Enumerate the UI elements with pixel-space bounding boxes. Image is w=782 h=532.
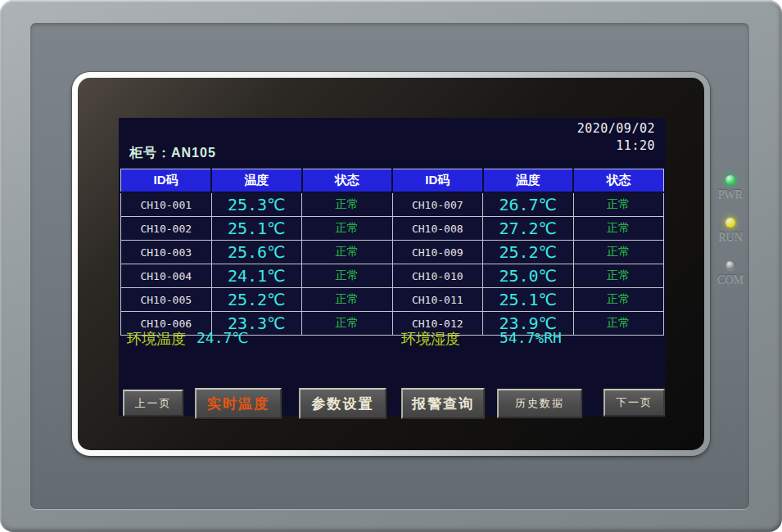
hmi-device: 2020/09/02 11:20 柜号：AN105 ID码温度状态ID码温度状态… — [0, 0, 782, 532]
channel-id-cell: CH10-002 — [121, 217, 212, 241]
com-led — [725, 260, 735, 270]
datetime-display: 2020/09/02 11:20 — [577, 120, 655, 155]
run-led — [725, 218, 735, 228]
temperature-cell: 25.3℃ — [211, 192, 302, 217]
column-header: 状态 — [573, 169, 664, 193]
date-display: 2020/09/02 — [577, 120, 655, 138]
channel-id-cell: CH10-005 — [121, 288, 212, 312]
channel-id-cell: CH10-010 — [392, 264, 483, 288]
channel-id-cell: CH10-009 — [392, 241, 483, 264]
param-settings-button[interactable]: 参数设置 — [299, 388, 386, 419]
env-humidity-label: 环境湿度 — [401, 329, 460, 349]
status-cell: 正常 — [302, 241, 393, 264]
column-header: ID码 — [392, 169, 483, 193]
com-led-group: COM — [709, 260, 752, 286]
channel-id-cell: CH10-011 — [392, 288, 483, 312]
channel-table: ID码温度状态ID码温度状态 CH10-00125.3℃正常CH10-00726… — [120, 169, 664, 336]
status-cell: 正常 — [302, 288, 393, 312]
column-header: 温度 — [483, 169, 574, 193]
table-row: CH10-00125.3℃正常CH10-00726.7℃正常 — [121, 192, 664, 217]
temperature-cell: 25.1℃ — [483, 288, 574, 312]
temperature-cell: 25.6℃ — [211, 241, 302, 264]
temperature-cell: 25.2℃ — [211, 288, 302, 312]
column-header: ID码 — [121, 169, 212, 193]
status-cell: 正常 — [573, 192, 664, 217]
cabinet-id: AN105 — [171, 146, 216, 160]
pwr-led-label: PWR — [709, 188, 752, 201]
channel-id-cell: CH10-001 — [121, 192, 212, 217]
pwr-led-group: PWR — [709, 175, 752, 201]
alarm-query-button[interactable]: 报警查询 — [401, 388, 485, 419]
history-data-button[interactable]: 历史数据 — [497, 389, 582, 418]
environment-row: 环境温度 24.7℃ 环境湿度 54.7%RH — [127, 329, 663, 349]
status-cell: 正常 — [573, 264, 664, 288]
prev-page-button[interactable]: 上一页 — [123, 390, 183, 417]
column-header: 状态 — [302, 169, 393, 193]
table-row: CH10-00525.2℃正常CH10-01125.1℃正常 — [121, 288, 664, 312]
env-temperature-value: 24.7℃ — [197, 329, 249, 346]
status-cell: 正常 — [302, 264, 393, 288]
channel-id-cell: CH10-003 — [121, 241, 212, 264]
cabinet-label: 柜号：AN105 — [129, 145, 216, 162]
channel-id-cell: CH10-007 — [392, 192, 483, 217]
run-led-label: RUN — [709, 231, 752, 244]
channel-id-cell: CH10-004 — [121, 264, 212, 288]
table-row: CH10-00225.1℃正常CH10-00827.2℃正常 — [121, 217, 664, 241]
env-humidity-value: 54.7%RH — [499, 329, 562, 346]
table-row: CH10-00325.6℃正常CH10-00925.2℃正常 — [121, 241, 664, 264]
env-temperature-label: 环境温度 — [127, 329, 186, 349]
table-row: CH10-00424.1℃正常CH10-01025.0℃正常 — [121, 264, 664, 288]
temperature-cell: 25.0℃ — [483, 264, 574, 288]
com-led-label: COM — [709, 273, 752, 286]
table-header-row: ID码温度状态ID码温度状态 — [121, 169, 664, 193]
pwr-led — [725, 175, 735, 185]
temperature-cell: 26.7℃ — [483, 192, 574, 217]
next-page-button[interactable]: 下一页 — [603, 389, 665, 417]
lcd-screen: 2020/09/02 11:20 柜号：AN105 ID码温度状态ID码温度状态… — [119, 118, 666, 416]
temperature-cell: 24.1℃ — [211, 264, 302, 288]
temperature-cell: 25.1℃ — [211, 217, 302, 241]
status-cell: 正常 — [302, 192, 393, 217]
status-cell: 正常 — [573, 241, 664, 264]
temperature-cell: 27.2℃ — [483, 217, 574, 241]
realtime-temp-button[interactable]: 实时温度 — [195, 388, 282, 419]
temperature-cell: 25.2℃ — [483, 241, 574, 264]
run-led-group: RUN — [709, 218, 752, 244]
status-cell: 正常 — [573, 217, 664, 241]
status-cell: 正常 — [573, 288, 664, 312]
cabinet-label-text: 柜号： — [129, 146, 171, 160]
column-header: 温度 — [211, 169, 302, 193]
status-cell: 正常 — [302, 217, 393, 241]
time-display: 11:20 — [577, 138, 655, 155]
channel-id-cell: CH10-008 — [392, 217, 483, 241]
